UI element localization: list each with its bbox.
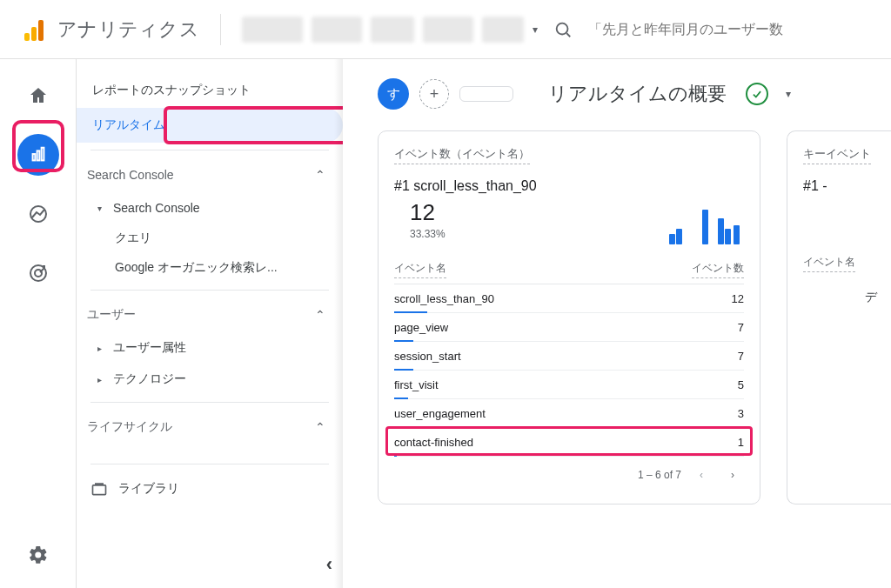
table-pager: 1 – 6 of 7 ‹ › [394,464,744,486]
add-comparison-button[interactable]: + [419,79,449,109]
table-row[interactable]: contact-finished1 [394,428,744,457]
chevron-down-icon[interactable]: ▾ [786,88,791,100]
divider [90,402,329,403]
app-header: アナリティクス ▾ [0,0,891,59]
chip-outline [459,86,513,102]
nav-group-search-console[interactable]: ▾ Search Console [77,192,343,224]
cell-event-name: contact-finished [394,436,473,449]
report-nav: レポートのスナップショット リアルタイム Search Console ⌃ ▾ … [77,59,343,588]
rail-reports[interactable] [17,134,59,176]
nav-section-search-console[interactable]: Search Console ⌃ [77,157,343,192]
divider [90,464,329,464]
cell-event-count: 3 [738,407,744,420]
table-row[interactable]: first_visit5 [394,371,744,399]
row-bar [394,455,397,457]
collapse-sidebar-button[interactable]: ‹ [326,553,332,576]
caret-right-icon: ▸ [94,375,104,384]
svg-point-0 [557,23,568,34]
cell-event-name: session_start [394,350,461,363]
table-row[interactable]: session_start7 [394,342,744,371]
comparison-chip[interactable]: す [378,78,409,110]
top-event-label: #1 scroll_less_than_90 [394,178,744,194]
pager-next[interactable]: › [721,464,744,486]
main-content: す + リアルタイムの概要 ▾ イベント数（イベント名） #1 scroll_l… [343,59,891,588]
svg-rect-4 [41,148,44,161]
redacted [371,17,414,43]
app-title: アナリティクス [57,17,199,43]
card-events: イベント数（イベント名） #1 scroll_less_than_90 12 3… [378,130,760,504]
top-event-label: #1 - [803,178,877,194]
nav-group-technology[interactable]: ▸ テクノロジー [77,364,343,395]
nav-section-user[interactable]: ユーザー ⌃ [77,297,343,332]
nav-leaf-organic[interactable]: Google オーガニック検索レ... [77,253,343,283]
card-title[interactable]: イベント数（イベント名） [394,146,530,164]
cell-event-name: page_view [394,321,448,334]
chevron-up-icon: ⌃ [315,308,325,322]
col-event-count[interactable]: イベント数 [692,261,744,278]
divider [90,150,329,150]
divider [220,14,221,45]
cell-event-name: first_visit [394,378,439,391]
rail-explore[interactable] [17,193,59,235]
chevron-up-icon: ⌃ [315,168,325,182]
col-event-name[interactable]: イベント名 [394,261,446,278]
chevron-down-icon: ▾ [533,23,538,36]
chevron-up-icon: ⌃ [315,420,325,434]
truncated-text: デ [803,290,877,305]
nav-rail [0,59,77,588]
cell-event-count: 7 [738,350,744,363]
page-header: す + リアルタイムの概要 ▾ [343,59,891,125]
ga-logo-icon [24,18,44,41]
search-icon [553,20,573,39]
nav-group-user-attributes[interactable]: ▸ ユーザー属性 [77,332,343,364]
pager-prev[interactable]: ‹ [690,464,713,486]
cell-event-count: 1 [738,436,744,449]
nav-library[interactable]: ライブラリ [77,471,343,506]
cell-event-count: 7 [738,321,744,334]
table-header: イベント名 [803,255,877,277]
table-row[interactable]: scroll_less_than_9012 [394,284,744,313]
redacted [242,17,303,43]
card-key-events: キーイベント #1 - イベント名 デ [787,130,891,504]
cell-event-name: user_engagement [394,407,486,420]
cell-event-name: scroll_less_than_90 [394,292,494,305]
brand[interactable]: アナリティクス [24,17,199,43]
rail-advertising[interactable] [17,252,59,294]
account-picker[interactable]: ▾ [242,17,538,43]
col-event-name[interactable]: イベント名 [803,255,855,272]
redacted [312,17,362,43]
page-title: リアルタイムの概要 [548,81,727,107]
redacted [423,17,473,43]
rail-home[interactable] [17,75,59,117]
svg-rect-8 [93,485,106,495]
nav-leaf-queries[interactable]: クエリ [77,224,343,253]
card-title[interactable]: キーイベント [803,146,871,164]
cell-event-count: 12 [732,292,744,305]
rail-admin[interactable] [17,534,59,576]
table-header: イベント名 イベント数 [394,261,744,284]
sparkline-chart [596,206,744,244]
table-row[interactable]: page_view7 [394,313,744,342]
cell-event-count: 5 [738,378,744,391]
nav-realtime[interactable]: リアルタイム [77,108,343,143]
caret-right-icon: ▸ [94,344,104,353]
search[interactable] [553,20,874,39]
divider [90,290,329,291]
search-input[interactable] [588,22,874,37]
nav-section-lifecycle[interactable]: ライフサイクル ⌃ [77,410,343,444]
svg-rect-3 [37,150,39,160]
table-row[interactable]: user_engagement3 [394,399,744,428]
pager-range: 1 – 6 of 7 [638,469,681,481]
svg-rect-2 [32,154,35,160]
nav-snapshot[interactable]: レポートのスナップショット [77,73,343,108]
status-ok-icon[interactable] [746,83,768,105]
library-icon [90,480,108,498]
svg-line-1 [566,33,570,37]
redacted [482,17,524,43]
caret-down-icon: ▾ [94,204,104,213]
